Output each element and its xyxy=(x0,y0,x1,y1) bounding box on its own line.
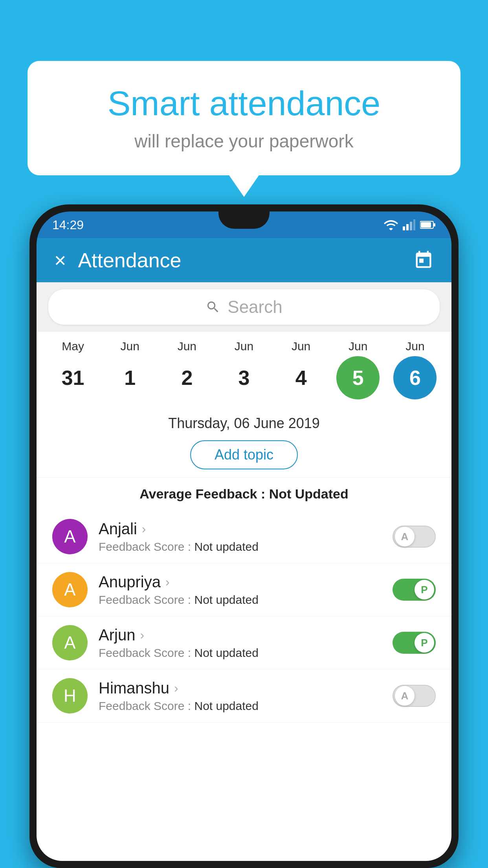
toggle-thumb-anupriya: P xyxy=(415,580,434,600)
month-1: Jun xyxy=(106,340,154,353)
toggle-anjali[interactable]: A xyxy=(393,526,436,548)
avatar-anupriya: A xyxy=(52,572,88,607)
student-info-anjali[interactable]: Anjali › Feedback Score : Not updated xyxy=(99,520,382,554)
speech-bubble: Smart attendance will replace your paper… xyxy=(28,61,460,175)
feedback-score-arjun: Feedback Score : Not updated xyxy=(99,646,382,660)
svg-rect-6 xyxy=(421,222,431,228)
svg-rect-1 xyxy=(406,224,409,230)
search-bar[interactable]: Search xyxy=(48,289,440,325)
attendance-toggle-anupriya[interactable]: P xyxy=(393,579,436,601)
svg-rect-3 xyxy=(413,219,415,230)
student-name-arjun: Arjun › xyxy=(99,626,382,644)
feedback-score-anupriya: Feedback Score : Not updated xyxy=(99,593,382,607)
feedback-score-anjali: Feedback Score : Not updated xyxy=(99,540,382,554)
month-0: May xyxy=(50,340,97,353)
wifi-icon xyxy=(384,219,398,230)
student-item: A Anupriya › Feedback Score : Not update… xyxy=(37,563,451,616)
svg-rect-0 xyxy=(403,226,405,230)
add-topic-button[interactable]: Add topic xyxy=(190,440,298,469)
toggle-himanshu[interactable]: A xyxy=(393,685,436,707)
signal-icon xyxy=(403,219,415,230)
bubble-title: Smart attendance xyxy=(59,85,429,123)
close-button[interactable]: × xyxy=(54,248,66,272)
student-item: H Himanshu › Feedback Score : Not update… xyxy=(37,669,451,723)
student-name-anjali: Anjali › xyxy=(99,520,382,538)
svg-rect-5 xyxy=(434,223,435,226)
date-31[interactable]: 31 xyxy=(51,356,95,399)
student-item: A Anjali › Feedback Score : Not updated … xyxy=(37,510,451,563)
toggle-anupriya[interactable]: P xyxy=(393,579,436,601)
status-bar: 14:29 xyxy=(37,211,451,238)
student-info-himanshu[interactable]: Himanshu › Feedback Score : Not updated xyxy=(99,679,382,713)
notch xyxy=(218,211,270,229)
chevron-right-icon: › xyxy=(174,681,178,695)
month-2: Jun xyxy=(163,340,211,353)
search-bar-container: Search xyxy=(37,282,451,332)
calendar-icon[interactable] xyxy=(413,250,434,270)
calendar-strip: May Jun Jun Jun Jun Jun Jun 31 1 2 3 4 5… xyxy=(37,332,451,403)
attendance-toggle-himanshu[interactable]: A xyxy=(393,685,436,707)
month-4: Jun xyxy=(277,340,325,353)
speech-bubble-container: Smart attendance will replace your paper… xyxy=(28,61,460,175)
avatar-arjun: A xyxy=(52,625,88,660)
feedback-label: Average Feedback : xyxy=(139,486,269,501)
toggle-thumb-himanshu: A xyxy=(395,686,415,706)
toggle-arjun[interactable]: P xyxy=(393,632,436,654)
chevron-right-icon: › xyxy=(142,522,146,536)
student-list: A Anjali › Feedback Score : Not updated … xyxy=(37,510,451,723)
month-5: Jun xyxy=(334,340,382,353)
avatar-anjali: A xyxy=(52,519,88,554)
search-icon xyxy=(205,300,220,314)
status-icons xyxy=(384,219,436,230)
toggle-thumb-arjun: P xyxy=(415,633,434,653)
selected-date: Thursday, 06 June 2019 xyxy=(37,415,451,432)
battery-icon xyxy=(420,221,436,229)
chevron-right-icon: › xyxy=(165,575,170,589)
app-title: Attendance xyxy=(78,248,181,272)
phone-inner: 14:29 xyxy=(37,211,451,861)
month-row: May Jun Jun Jun Jun Jun Jun xyxy=(40,340,448,353)
date-row: 31 1 2 3 4 5 6 xyxy=(40,356,448,399)
student-name-himanshu: Himanshu › xyxy=(99,679,382,697)
feedback-summary: Average Feedback : Not Updated xyxy=(37,478,451,510)
feedback-value: Not Updated xyxy=(269,486,349,501)
phone-screen: Search May Jun Jun Jun Jun Jun Jun 31 1 … xyxy=(37,282,451,861)
date-1[interactable]: 1 xyxy=(108,356,152,399)
date-5[interactable]: 5 xyxy=(336,356,380,399)
phone-frame: 14:29 xyxy=(29,204,459,868)
attendance-toggle-anjali[interactable]: A xyxy=(393,526,436,548)
date-4[interactable]: 4 xyxy=(279,356,323,399)
month-3: Jun xyxy=(220,340,268,353)
student-item: A Arjun › Feedback Score : Not updated P xyxy=(37,616,451,669)
month-6: Jun xyxy=(391,340,438,353)
app-bar: × Attendance xyxy=(37,238,451,282)
app-bar-left: × Attendance xyxy=(54,248,181,272)
student-info-arjun[interactable]: Arjun › Feedback Score : Not updated xyxy=(99,626,382,660)
date-info: Thursday, 06 June 2019 Add topic xyxy=(37,403,451,478)
avatar-himanshu: H xyxy=(52,678,88,714)
bubble-subtitle: will replace your paperwork xyxy=(59,131,429,152)
search-placeholder: Search xyxy=(227,297,282,317)
feedback-score-himanshu: Feedback Score : Not updated xyxy=(99,699,382,713)
date-3[interactable]: 3 xyxy=(222,356,266,399)
student-info-anupriya[interactable]: Anupriya › Feedback Score : Not updated xyxy=(99,573,382,607)
svg-rect-2 xyxy=(410,222,412,230)
status-time: 14:29 xyxy=(52,218,84,232)
chevron-right-icon: › xyxy=(140,628,144,642)
attendance-toggle-arjun[interactable]: P xyxy=(393,632,436,654)
toggle-thumb-anjali: A xyxy=(395,527,415,546)
student-name-anupriya: Anupriya › xyxy=(99,573,382,591)
date-2[interactable]: 2 xyxy=(165,356,209,399)
date-6[interactable]: 6 xyxy=(393,356,437,399)
